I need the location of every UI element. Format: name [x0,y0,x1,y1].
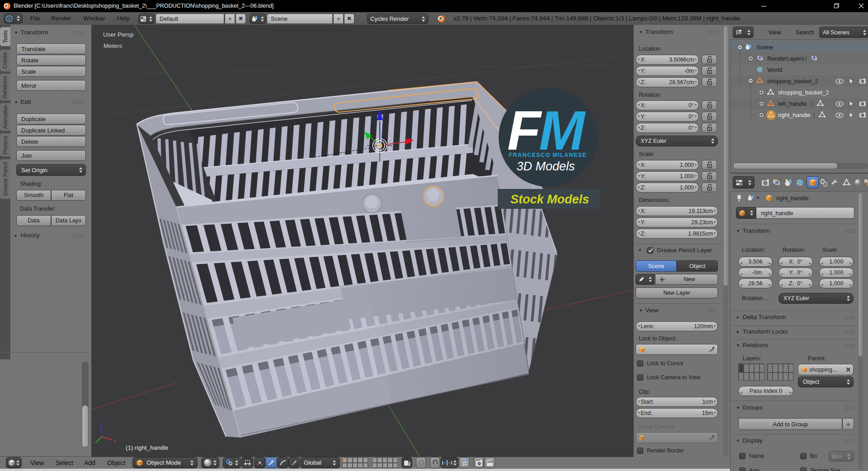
svg-text:Stock Models: Stock Models [510,193,589,206]
svg-text:i: i [9,16,10,21]
svg-text:(1) right_handle: (1) right_handle [126,444,169,451]
svg-text:Meters: Meters [104,42,123,49]
svg-text:3D Models: 3D Models [516,160,575,173]
svg-text:z: z [103,421,105,426]
svg-text:User Persp: User Persp [103,31,134,38]
svg-text:FRANCESCO MILANESE: FRANCESCO MILANESE [509,152,587,158]
svg-text:x: x [113,438,116,443]
